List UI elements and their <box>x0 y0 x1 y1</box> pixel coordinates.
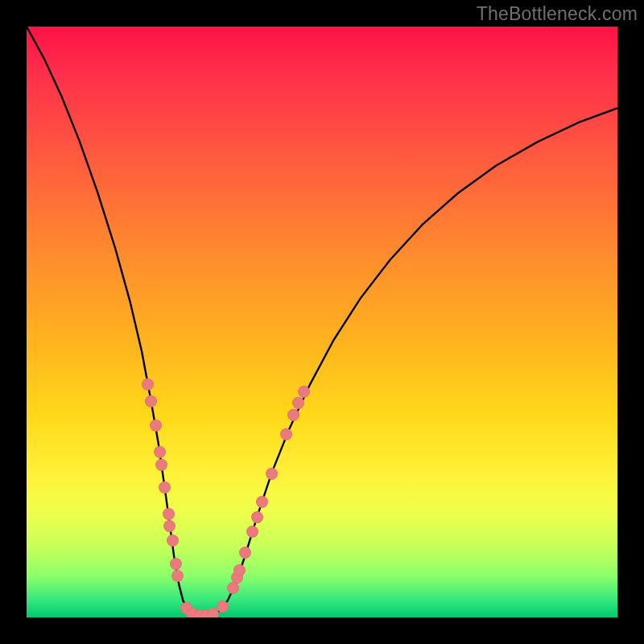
marker-point <box>256 496 268 508</box>
chart-stage: TheBottleneck.com <box>0 0 644 644</box>
marker-point <box>145 395 157 407</box>
marker-point <box>217 601 229 613</box>
marker-point <box>159 481 171 493</box>
marker-point <box>142 378 154 390</box>
marker-point <box>163 508 175 520</box>
plot-area <box>27 27 617 617</box>
marker-point <box>246 526 258 538</box>
marker-point <box>280 428 292 440</box>
marker-point <box>154 446 166 458</box>
marker-point <box>227 582 239 594</box>
marker-point <box>171 570 184 582</box>
watermark-text: TheBottleneck.com <box>477 3 638 25</box>
marker-point <box>239 547 251 559</box>
marker-point <box>150 419 162 431</box>
markers-layer <box>27 27 617 617</box>
marker-point <box>163 520 175 532</box>
marker-point <box>298 386 310 398</box>
marker-point <box>167 535 179 547</box>
marker-point <box>251 511 263 523</box>
marker-point <box>155 459 167 471</box>
marker-point <box>292 397 304 409</box>
marker-point <box>170 558 182 570</box>
marker-point <box>233 564 246 576</box>
marker-point <box>287 409 299 421</box>
marker-point <box>266 468 278 480</box>
